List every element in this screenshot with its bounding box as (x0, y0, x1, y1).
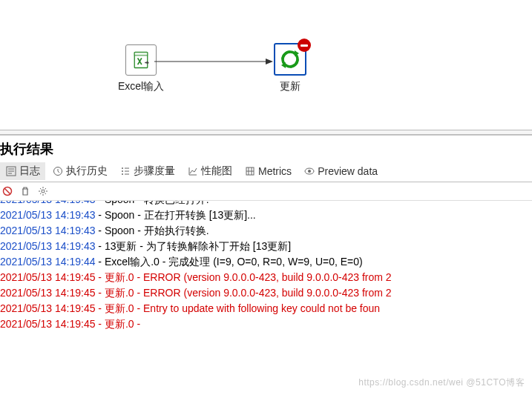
refresh-icon (274, 43, 306, 76)
history-icon (52, 165, 64, 177)
watermark: https://blog.csdn.net/wei @51CTO博客 (358, 376, 525, 389)
tab-history[interactable]: 执行历史 (47, 162, 113, 180)
tabs-bar: 日志 执行历史 步骤度量 性能图 Metrics (0, 161, 532, 182)
eye-icon (303, 165, 315, 177)
tab-performance[interactable]: 性能图 (182, 162, 237, 180)
tab-label: Metrics (258, 165, 292, 177)
execution-results-panel: 执行结果 日志 执行历史 步骤度量 性能图 (0, 135, 532, 332)
svg-point-22 (308, 170, 311, 173)
node-label: 更新 (280, 80, 301, 93)
node-update[interactable]: 更新 (274, 43, 306, 93)
log-line: 2021/05/13 14:19:45 - 更新.0 - ERROR (vers… (0, 270, 532, 285)
error-badge-icon (298, 39, 311, 52)
log-line: 2021/05/13 14:19:45 - 更新.0 - Entry to up… (0, 301, 532, 316)
log-line: 2021/05/13 14:19:43 - Spoon - 正在打开转换 [13… (0, 208, 532, 223)
svg-point-25 (42, 190, 45, 193)
log-icon (5, 165, 17, 177)
clear-log-icon[interactable] (1, 185, 13, 197)
tab-label: 性能图 (201, 165, 232, 178)
svg-marker-3 (266, 59, 273, 64)
excel-icon (125, 44, 157, 76)
log-toolbar (0, 182, 532, 201)
log-line: 2021/05/13 14:19:45 - 更新.0 - (0, 316, 532, 332)
svg-line-24 (5, 189, 10, 194)
tab-label: 执行历史 (66, 165, 108, 178)
node-label: Excel输入 (118, 80, 164, 93)
log-line: 2021/05/13 14:19:43 - Spoon - 转换已经打开. (0, 201, 532, 208)
tab-label: 步骤度量 (134, 165, 175, 178)
log-line: 2021/05/13 14:19:45 - 更新.0 - ERROR (vers… (0, 285, 532, 301)
tab-preview[interactable]: Preview data (298, 163, 383, 179)
panel-title: 执行结果 (0, 136, 532, 161)
node-excel-input[interactable]: Excel输入 (118, 44, 164, 93)
transformation-canvas[interactable]: Excel输入 更新 (0, 0, 532, 130)
tab-step-metrics[interactable]: 步骤度量 (114, 162, 180, 180)
tab-log[interactable]: 日志 (0, 162, 45, 180)
tab-label: 日志 (19, 165, 40, 178)
svg-rect-1 (134, 53, 148, 56)
connector-arrow (154, 58, 275, 65)
log-output[interactable]: 2021/05/13 14:19:43 - Spoon - 转换已经打开.202… (0, 201, 532, 332)
trash-icon[interactable] (19, 185, 31, 197)
settings-icon[interactable] (37, 185, 49, 197)
chart-icon (187, 165, 199, 177)
log-line: 2021/05/13 14:19:43 - 13更新 - 为了转换解除补丁开始 … (0, 239, 532, 254)
log-line: 2021/05/13 14:19:43 - Spoon - 开始执行转换. (0, 223, 532, 239)
tab-metrics[interactable]: Metrics (239, 163, 297, 179)
pane-divider[interactable] (0, 130, 532, 135)
list-icon (119, 165, 131, 177)
metrics-icon (244, 165, 256, 177)
tab-label: Preview data (318, 165, 378, 177)
log-line: 2021/05/13 14:19:44 - Excel输入.0 - 完成处理 (… (0, 254, 532, 270)
